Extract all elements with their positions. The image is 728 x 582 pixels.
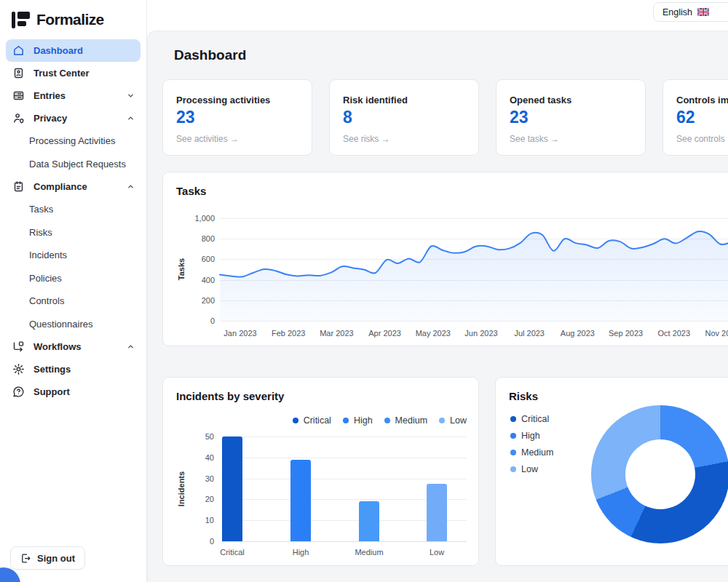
legend-item-medium[interactable]: Medium (384, 415, 427, 426)
risks-donut-chart[interactable] (591, 405, 728, 543)
stat-label: Processing activities (176, 95, 298, 105)
x-axis-tick-label: Mar 2023 (312, 329, 360, 338)
legend-item-critical[interactable]: Critical (293, 415, 331, 426)
chevron-up-icon[interactable] (127, 343, 135, 351)
legend-item-low[interactable]: Low (439, 415, 467, 426)
y-axis-tick-label: 1,000 (175, 214, 215, 223)
logout-icon (20, 553, 31, 564)
y-axis-tick-label: 10 (185, 516, 214, 525)
chat-bubble-button[interactable] (0, 567, 20, 582)
sign-out-label: Sign out (37, 553, 75, 564)
language-selector[interactable]: English (653, 2, 728, 22)
gridline (221, 541, 467, 542)
rows-icon (12, 89, 25, 103)
legend-dot (510, 433, 516, 439)
sidebar-item-trust-center[interactable]: Trust Center (6, 62, 141, 84)
donut-hole (625, 439, 695, 509)
id-badge-icon (12, 66, 25, 80)
chart-legend: CriticalHighMediumLow (510, 414, 553, 474)
y-axis-tick-label: 0 (185, 537, 214, 546)
sidebar-item-privacy[interactable]: Privacy (6, 107, 141, 129)
stat-card-processing-activities: Processing activities 23 See activities … (162, 79, 312, 156)
legend-dot (384, 418, 390, 423)
gridline (220, 321, 728, 322)
legend-label: Low (450, 415, 467, 426)
home-icon (12, 44, 25, 57)
legend-label: Critical (521, 414, 549, 424)
y-axis-label: Tasks (177, 247, 186, 291)
sidebar-item-label: Compliance (33, 181, 87, 192)
sidebar-item-entries[interactable]: Entries (6, 84, 141, 107)
see-controls-link[interactable]: See controls → (676, 134, 728, 144)
chevron-down-icon[interactable] (127, 92, 135, 100)
bar-medium[interactable] (359, 501, 379, 541)
gridline (221, 436, 467, 437)
tasks-chart-card: Tasks Tasks 02004006008001,000Jan 2023Fe… (162, 172, 728, 346)
page-title: Dashboard (174, 47, 246, 63)
stat-card-controls-implemented: Controls implemented 62 See controls → (662, 79, 728, 156)
sidebar-subitem-label: Incidents (29, 250, 67, 260)
sidebar-subitem-data-subject-requests[interactable]: Data Subject Requests (6, 153, 141, 176)
y-axis-label: Incidents (177, 466, 186, 511)
legend-item-high[interactable]: High (510, 431, 553, 441)
x-axis-tick-label: Low (411, 548, 462, 557)
user-shield-icon (12, 111, 25, 125)
legend-item-low[interactable]: Low (510, 464, 553, 474)
chevron-up-icon[interactable] (127, 114, 135, 122)
chart-title: Tasks (176, 185, 206, 197)
sidebar-item-settings[interactable]: Settings (6, 358, 141, 380)
sidebar-item-compliance[interactable]: Compliance (6, 175, 141, 198)
sign-out-button[interactable]: Sign out (10, 546, 85, 570)
see-activities-link[interactable]: See activities → (176, 134, 298, 144)
stat-value: 8 (343, 108, 465, 127)
sidebar-item-label: Dashboard (33, 45, 83, 56)
sidebar-subitem-tasks[interactable]: Tasks (6, 198, 141, 221)
x-axis-tick-label: Feb 2023 (264, 329, 312, 338)
sidebar-subitem-controls[interactable]: Controls (6, 290, 141, 313)
main-area: Dashboard Processing activities 23 See a… (147, 31, 728, 582)
x-axis-tick-label: May 2023 (409, 329, 457, 338)
incidents-chart-card: Incidents by severity Incidents Critical… (162, 377, 479, 566)
legend-item-high[interactable]: High (343, 415, 373, 426)
tasks-line-chart[interactable] (220, 218, 728, 321)
y-axis-tick-label: 400 (175, 276, 215, 284)
sidebar-item-label: Settings (33, 364, 71, 375)
sidebar-item-workflows[interactable]: Workflows (6, 335, 141, 358)
bar-high[interactable] (290, 460, 311, 541)
sidebar-subitem-policies[interactable]: Policies (6, 267, 141, 290)
sidebar-subitem-label: Risks (29, 227, 52, 238)
chart-title: Incidents by severity (176, 390, 284, 402)
stat-label: Controls implemented (676, 95, 728, 105)
sidebar-item-support[interactable]: Support (6, 380, 141, 403)
sidebar-item-dashboard[interactable]: Dashboard (6, 39, 141, 62)
sidebar-subitem-risks[interactable]: Risks (6, 221, 141, 244)
sidebar-item-label: Support (33, 386, 70, 397)
legend-item-medium[interactable]: Medium (510, 447, 553, 458)
see-tasks-link[interactable]: See tasks → (510, 134, 632, 144)
formalize-logo-icon (12, 12, 30, 28)
legend-item-critical[interactable]: Critical (510, 414, 553, 424)
stat-card-risk-identified: Risk identified 8 See risks → (329, 79, 479, 156)
bar-low[interactable] (427, 484, 447, 541)
y-axis-tick-label: 0 (175, 316, 215, 325)
y-axis-tick-label: 30 (185, 474, 214, 483)
chart-title: Risks (509, 390, 538, 402)
stat-label: Risk identified (343, 95, 465, 105)
x-axis-tick-label: Jan 2023 (216, 329, 264, 338)
legend-dot (343, 418, 349, 423)
legend-label: High (354, 415, 373, 426)
sidebar-subitem-incidents[interactable]: Incidents (6, 244, 141, 267)
y-axis-tick-label: 600 (175, 255, 215, 263)
sidebar-subitem-processing-activities[interactable]: Processing Activities (6, 129, 141, 153)
x-axis-tick-label: Apr 2023 (361, 329, 409, 338)
bar-critical[interactable] (222, 436, 242, 541)
legend-dot (293, 418, 298, 423)
risks-chart-card: Risks CriticalHighMediumLow (495, 377, 728, 566)
sidebar-subitem-questionnaires[interactable]: Questionnaires (6, 313, 141, 336)
see-risks-link[interactable]: See risks → (343, 134, 465, 144)
stat-label: Opened tasks (510, 95, 632, 105)
chevron-up-icon[interactable] (127, 183, 135, 191)
sidebar: Formalize Dashboard Trust Center Entries (0, 0, 147, 582)
sidebar-item-label: Trust Center (33, 68, 90, 79)
stat-value: 23 (176, 108, 298, 127)
